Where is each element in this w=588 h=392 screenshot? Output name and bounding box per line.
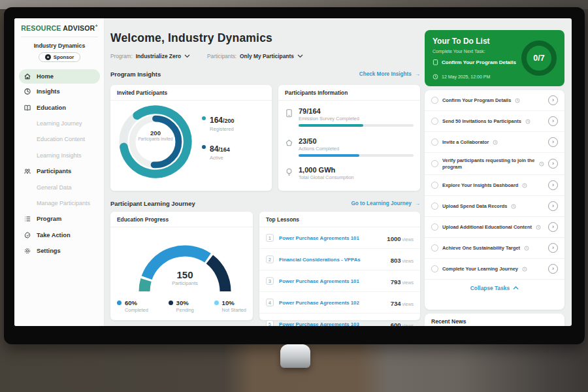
task-complete-learning-journey[interactable]: Complete Your Learning Journey › <box>425 259 564 280</box>
sidebar-item-program[interactable]: Program <box>14 211 105 227</box>
stat-emission-survey: 79/164 Emission Survey Completed <box>285 107 414 127</box>
legend-label: Not Started <box>222 307 246 313</box>
stat-value: 1,000 GWh <box>299 166 354 174</box>
sidebar-item-insights[interactable]: Insights <box>14 84 105 99</box>
sidebar-item-label: Manage Participants <box>37 200 90 206</box>
todo-progress-ring: 0/7 <box>521 41 557 76</box>
take-action-icon <box>24 231 31 239</box>
sidebar-item-home[interactable]: Home <box>19 69 100 84</box>
task-checkbox[interactable] <box>431 265 438 272</box>
active-label: Active <box>210 155 230 161</box>
go-to-learning-journey-link[interactable]: Go to Learning Journey → <box>351 201 420 206</box>
task-send-invitations[interactable]: Send 50 Invitations to Participants › <box>425 111 564 132</box>
link-label: Go to Learning Journey <box>351 201 411 206</box>
chevron-right-icon[interactable]: › <box>548 116 558 126</box>
chevron-right-icon[interactable]: › <box>548 159 558 169</box>
task-upload-educational-content[interactable]: Upload Additional Educational Content › <box>425 217 564 238</box>
todo-due-date: 12 May 2025, 12:00 PM <box>442 74 490 79</box>
task-verify-participants[interactable]: Verify participants requesting to join t… <box>425 153 564 175</box>
page-title: Welcome, Industry Dynamics <box>110 31 272 45</box>
main-content: Welcome, Industry Dynamics Program: Indu… <box>105 18 425 326</box>
chevron-right-icon[interactable]: › <box>548 137 558 147</box>
sidebar-nav: Home Insights Education Learning Journey <box>14 69 105 259</box>
task-checkbox[interactable] <box>431 160 438 167</box>
task-checkbox[interactable] <box>431 223 438 231</box>
sidebar-item-label: Learning Journey <box>37 120 82 127</box>
views-word: views <box>402 302 414 306</box>
lesson-link[interactable]: Power Purchase Agreements 101 <box>279 278 385 284</box>
sidebar-item-learning-journey[interactable]: Learning Journey <box>14 116 105 131</box>
lesson-rank: 2 <box>266 255 274 263</box>
task-checkbox[interactable] <box>431 139 438 146</box>
sidebar-item-education-content[interactable]: Education Content <box>14 131 105 147</box>
education-gauge-chart: 150 Participants <box>126 231 244 297</box>
lesson-row: 2 Financial Considerations - VPPAs 803vi… <box>259 249 420 270</box>
collapse-label: Collapse Tasks <box>470 285 510 291</box>
participants-filter[interactable]: Participants: Only My Participants <box>207 53 303 59</box>
chevron-right-icon[interactable]: › <box>548 201 558 211</box>
task-label: Invite a Collaborator <box>442 139 489 146</box>
registered-total: /200 <box>223 118 235 124</box>
sidebar: RESOURCE ADVISOR+ Industry Dynamics Spon… <box>14 18 105 326</box>
insights-icon <box>24 88 31 95</box>
task-invite-collaborator[interactable]: Invite a Collaborator › <box>425 132 564 153</box>
lesson-link[interactable]: Power Purchase Agreements 101 <box>279 235 382 241</box>
org-name: Industry Dynamics <box>14 42 105 49</box>
chevron-right-icon[interactable]: › <box>548 243 558 253</box>
chevron-right-icon[interactable]: › <box>548 180 558 190</box>
sidebar-item-learning-insights[interactable]: Learning Insights <box>14 148 105 163</box>
chevron-right-icon[interactable]: › <box>548 222 558 232</box>
sponsor-icon <box>45 54 51 60</box>
lesson-link[interactable]: Power Purchase Agreements 103 <box>279 321 385 327</box>
task-achieve-sustainability-target[interactable]: Achieve One Sustainability Target › <box>425 238 564 259</box>
sidebar-item-take-action[interactable]: Take Action <box>14 227 105 243</box>
education-progress-card: Education Progress 150 Participants 60% … <box>110 212 253 320</box>
task-label: Upload Spend Data Records <box>442 203 507 210</box>
task-checkbox[interactable] <box>431 97 438 104</box>
task-confirm-program-details[interactable]: Confirm Your Program Details › <box>425 90 564 111</box>
gear-icon <box>24 247 31 255</box>
gauge-label: Participants <box>152 280 218 286</box>
task-checkbox[interactable] <box>431 244 438 252</box>
views-word: views <box>402 280 414 285</box>
task-explore-insights[interactable]: Explore Your Insights Dashboard › <box>425 175 564 196</box>
progress-bar <box>299 154 414 157</box>
sidebar-item-education[interactable]: Education <box>14 99 105 115</box>
sidebar-item-label: Insights <box>37 88 60 95</box>
chevron-right-icon[interactable]: › <box>548 95 558 105</box>
participants-filter-label: Participants: <box>207 54 237 59</box>
sidebar-item-general-data[interactable]: General Data <box>14 179 105 195</box>
active-total: /164 <box>218 146 230 153</box>
collapse-tasks-link[interactable]: Collapse Tasks <box>425 280 564 295</box>
lesson-link[interactable]: Financial Considerations - VPPAs <box>279 257 385 263</box>
views-word: views <box>402 323 414 326</box>
participants-information-card: Participants Information 79/164 Emission… <box>278 85 420 191</box>
stat-label: Actions Completed <box>299 146 414 152</box>
todo-next-task: Confirm Your Program Details <box>442 59 516 65</box>
sidebar-item-manage-participants[interactable]: Manage Participants <box>14 195 105 211</box>
clock-icon <box>536 221 541 233</box>
lesson-row: 3 Power Purchase Agreements 101 793views <box>259 270 420 292</box>
clock-icon <box>539 157 544 169</box>
todo-tasks-card: Confirm Your Program Details › Send 50 I… <box>425 90 564 310</box>
task-checkbox[interactable] <box>431 182 438 189</box>
participants-invited-label: Participants Invited <box>133 137 178 142</box>
lesson-link[interactable]: Power Purchase Agreements 102 <box>279 300 385 306</box>
program-filter[interactable]: Program: Industrialize Zero <box>110 53 190 59</box>
task-upload-spend-data[interactable]: Upload Spend Data Records › <box>425 196 564 217</box>
filter-bar: Program: Industrialize Zero Participants… <box>110 53 303 59</box>
task-checkbox[interactable] <box>431 203 438 210</box>
chevron-right-icon[interactable]: › <box>548 264 558 274</box>
sidebar-item-settings[interactable]: Settings <box>14 243 105 259</box>
task-checkbox[interactable] <box>431 118 438 125</box>
clock-icon <box>433 71 438 82</box>
sidebar-item-participants[interactable]: Participants <box>14 163 105 179</box>
sidebar-item-label: Learning Insights <box>37 152 82 159</box>
check-more-insights-link[interactable]: Check More Insights → <box>359 71 420 77</box>
sidebar-item-label: Home <box>37 73 54 80</box>
clock-icon <box>515 94 520 106</box>
sponsor-badge[interactable]: Sponsor <box>39 52 81 62</box>
clock-icon <box>511 200 516 212</box>
active-value: 84 <box>210 144 218 154</box>
survey-icon <box>285 107 293 127</box>
